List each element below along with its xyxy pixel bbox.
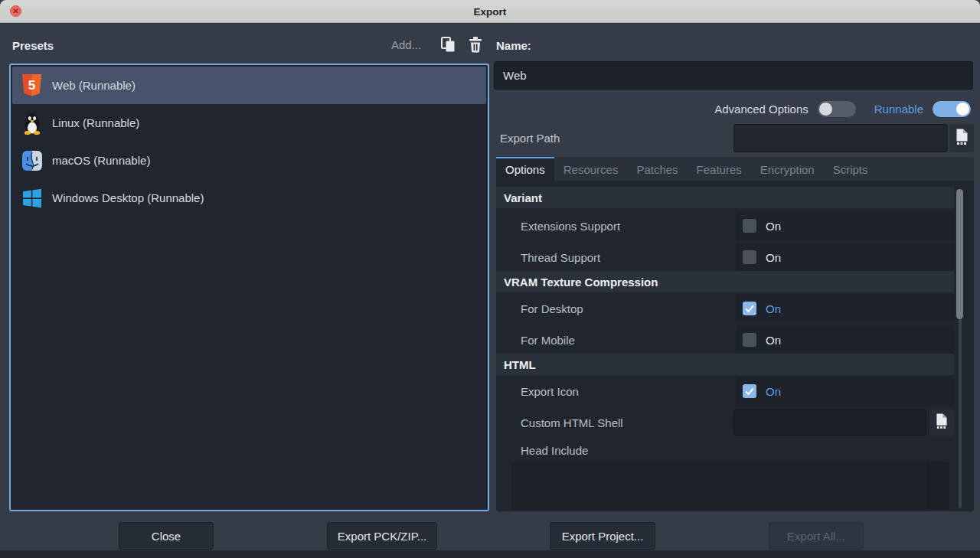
- duplicate-preset-button[interactable]: [439, 37, 457, 55]
- property-row: For Mobile On: [496, 325, 954, 354]
- name-label: Name:: [496, 39, 531, 52]
- window-bottom-edge: [0, 550, 980, 558]
- preset-item-windows[interactable]: Windows Desktop (Runnable): [12, 179, 486, 217]
- thread-support-checkbox[interactable]: [743, 250, 756, 264]
- windows-icon: [21, 186, 42, 210]
- property-value: On: [737, 377, 954, 406]
- html5-icon: 5: [21, 73, 42, 97]
- property-label: Custom HTML Shell: [521, 408, 623, 437]
- property-label: For Desktop: [521, 294, 583, 323]
- export-project-button[interactable]: Export Project...: [550, 522, 655, 550]
- options-scrollbar-thumb[interactable]: [956, 189, 963, 319]
- close-button[interactable]: Close: [119, 522, 214, 550]
- toggle-knob: [819, 103, 832, 116]
- property-row: Extensions Support On: [496, 211, 954, 240]
- checkbox-value-label: On: [766, 334, 781, 347]
- preset-item-label: macOS (Runnable): [52, 154, 150, 167]
- tab-encryption[interactable]: Encryption: [751, 157, 824, 181]
- export-tabbar: Options Resources Patches Features Encry…: [496, 157, 974, 181]
- preset-item-label: Linux (Runnable): [52, 116, 139, 129]
- export-path-input[interactable]: [733, 124, 948, 152]
- tab-features[interactable]: Features: [688, 157, 751, 181]
- file-dialog-icon: [936, 413, 948, 432]
- macos-icon: [21, 148, 42, 172]
- delete-preset-button[interactable]: [466, 37, 485, 55]
- preset-item-linux[interactable]: Linux (Runnable): [12, 104, 486, 142]
- preset-item-label: Windows Desktop (Runnable): [52, 191, 204, 204]
- runnable-label: Runnable: [874, 103, 923, 116]
- checkbox-value-label: On: [766, 302, 781, 315]
- section-vram: VRAM Texture Compression: [496, 271, 954, 292]
- property-value: On: [737, 211, 954, 240]
- extensions-support-checkbox[interactable]: [743, 219, 756, 233]
- window-title: Export: [0, 0, 980, 23]
- property-label: For Mobile: [521, 325, 575, 354]
- section-variant: Variant: [496, 187, 954, 208]
- preset-item-macos[interactable]: macOS (Runnable): [12, 142, 486, 179]
- checkbox-value-label: On: [766, 385, 781, 398]
- presets-heading: Presets: [12, 39, 54, 52]
- for-desktop-checkbox[interactable]: [743, 302, 756, 315]
- property-value: On: [737, 243, 954, 272]
- toggle-knob: [956, 103, 969, 116]
- property-value: On: [737, 294, 954, 323]
- export-all-button[interactable]: Export All...: [769, 522, 864, 550]
- tab-patches[interactable]: Patches: [627, 157, 687, 181]
- checkbox-value-label: On: [766, 220, 781, 233]
- export-path-label: Export Path: [500, 124, 560, 152]
- runnable-toggle[interactable]: [933, 101, 971, 117]
- toggles-row: Advanced Options Runnable: [496, 97, 973, 120]
- head-include-textarea[interactable]: [511, 462, 949, 510]
- trash-icon: [468, 36, 483, 56]
- linux-icon: [21, 111, 42, 135]
- export-pck-zip-button[interactable]: Export PCK/ZIP...: [327, 522, 437, 550]
- svg-text:5: 5: [28, 78, 35, 93]
- checkbox-value-label: On: [766, 251, 781, 264]
- preset-item-label: Web (Runnable): [52, 79, 136, 92]
- property-row: Custom HTML Shell: [496, 408, 954, 437]
- export-icon-checkbox[interactable]: [743, 384, 756, 398]
- property-row: For Desktop On: [496, 294, 954, 323]
- property-label: Extensions Support: [521, 211, 620, 240]
- titlebar: ✕ Export: [0, 0, 980, 23]
- add-preset-button[interactable]: Add...: [391, 38, 421, 51]
- file-dialog-icon: [956, 129, 969, 148]
- custom-html-shell-input[interactable]: [733, 410, 926, 436]
- preset-list: 5 Web (Runnable) Linux (Runnable): [9, 64, 489, 511]
- name-input[interactable]: [494, 61, 973, 90]
- property-label: Head Include: [521, 439, 588, 461]
- advanced-options-toggle[interactable]: [818, 101, 856, 117]
- property-label: Export Icon: [521, 377, 579, 406]
- tab-scripts[interactable]: Scripts: [824, 157, 877, 181]
- for-mobile-checkbox[interactable]: [743, 333, 756, 347]
- property-row: Thread Support On: [496, 243, 954, 272]
- section-html: HTML: [496, 354, 954, 375]
- duplicate-icon: [440, 36, 456, 56]
- property-label: Thread Support: [521, 243, 600, 272]
- property-value: On: [737, 325, 954, 354]
- property-row: Head Include: [496, 439, 954, 461]
- tab-options[interactable]: Options: [496, 157, 554, 181]
- tab-resources[interactable]: Resources: [554, 157, 628, 181]
- custom-html-shell-browse-button[interactable]: [929, 410, 954, 436]
- preset-item-web[interactable]: 5 Web (Runnable): [12, 67, 486, 104]
- advanced-options-label: Advanced Options: [714, 103, 808, 116]
- options-panel: Variant Extensions Support On Thread Sup…: [496, 181, 974, 511]
- property-row: Export Icon On: [496, 377, 954, 406]
- export-path-browse-button[interactable]: [949, 124, 974, 152]
